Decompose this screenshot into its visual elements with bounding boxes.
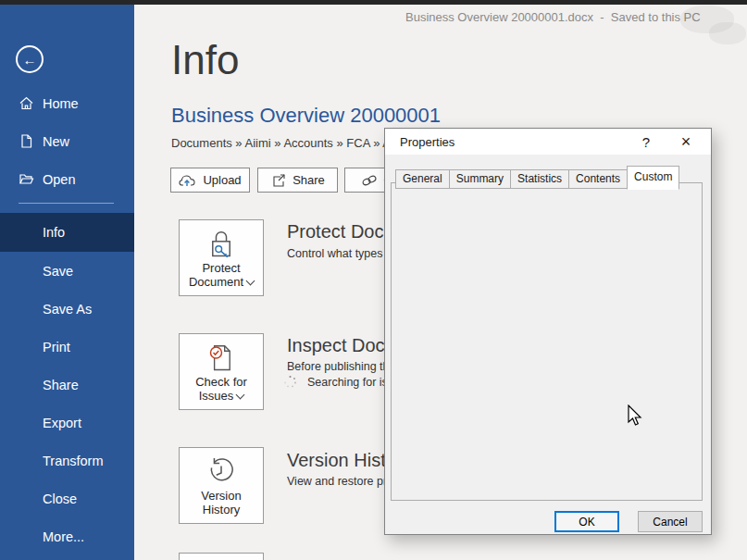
new-document-icon (19, 133, 34, 149)
word-backstage-window: Business Overview 20000001.docx - Saved … (0, 0, 747, 560)
sidebar-item-open[interactable]: Open (0, 160, 134, 198)
sidebar-item-save-as[interactable]: Save As (0, 290, 134, 328)
upload-button-label: Upload (203, 173, 241, 187)
upload-button[interactable]: Upload (170, 168, 250, 193)
share-icon (270, 173, 286, 188)
cancel-button[interactable]: Cancel (638, 511, 703, 532)
page-title: Info (171, 37, 239, 83)
protect-document-button-label: Protect Document (181, 261, 261, 289)
lock-key-icon (205, 229, 237, 261)
back-button[interactable]: ← (16, 45, 44, 73)
tab-statistics[interactable]: Statistics (510, 169, 568, 189)
sidebar-item-label: Info (43, 225, 65, 240)
sidebar-item-transform[interactable]: Transform (0, 442, 134, 479)
sidebar-item-new[interactable]: New (0, 122, 134, 160)
sidebar-item-label: New (43, 134, 69, 149)
tab-general[interactable]: General (395, 169, 449, 189)
watermark-shape (709, 22, 746, 44)
sidebar-item-label: Home (43, 96, 79, 111)
tab-custom[interactable]: Custom (627, 166, 679, 190)
sidebar-item-label: Save (43, 264, 73, 279)
dialog-titlebar[interactable]: Properties (385, 129, 711, 155)
upload-cloud-icon (179, 174, 196, 187)
tab-contents[interactable]: Contents (568, 169, 627, 189)
sidebar-item-label: More... (43, 529, 84, 544)
sidebar-item-export[interactable]: Export (0, 404, 134, 442)
sidebar-item-label: Share (43, 378, 79, 392)
sidebar-item-home[interactable]: Home (0, 84, 134, 122)
backstage-sidebar: ← Home New Open Info Save S (0, 5, 134, 560)
sidebar-item-share[interactable]: Share (0, 366, 134, 404)
version-history-button-label: Version History (181, 489, 261, 516)
chevron-down-icon (246, 277, 255, 286)
protect-document-button[interactable]: Protect Document (179, 219, 264, 296)
partial-section-button[interactable] (179, 553, 264, 560)
open-folder-icon (19, 171, 34, 187)
sidebar-item-label: Export (43, 416, 81, 430)
breadcrumb: Documents » Aiimi » Accounts » FCA » Al (171, 136, 393, 150)
share-button-label: Share (293, 173, 325, 187)
chevron-down-icon (236, 391, 245, 400)
sidebar-item-info[interactable]: Info (0, 213, 134, 252)
dialog-tab-strip: General Summary Statistics Contents Cust… (395, 166, 679, 189)
sidebar-item-label: Save As (43, 302, 92, 317)
inspect-document-icon (205, 342, 237, 375)
back-arrow-icon: ← (23, 53, 37, 67)
sidebar-item-label: Close (43, 492, 77, 506)
sidebar-divider (19, 203, 114, 204)
ok-button[interactable]: OK (554, 511, 619, 532)
button-label-text: Protect Document (189, 261, 243, 289)
properties-dialog: Properties ? × General Summary Statistic… (384, 128, 712, 535)
sidebar-item-save[interactable]: Save (0, 252, 134, 290)
version-history-button[interactable]: Version History (179, 447, 264, 524)
sidebar-item-label: Open (43, 172, 75, 187)
home-icon (19, 95, 34, 111)
sidebar-item-label: Transform (43, 454, 104, 468)
version-history-icon (205, 456, 237, 488)
sidebar-item-print[interactable]: Print (0, 328, 134, 366)
dialog-help-button[interactable]: ? (634, 131, 658, 152)
sidebar-item-more[interactable]: More... (0, 517, 134, 555)
share-button[interactable]: Share (257, 168, 338, 193)
dialog-title: Properties (400, 135, 454, 149)
check-for-issues-button[interactable]: Check for Issues (179, 333, 264, 410)
sidebar-item-label: Print (43, 340, 70, 355)
tab-summary[interactable]: Summary (449, 169, 510, 189)
document-title: Business Overview 20000001 (171, 104, 441, 128)
window-title: Business Overview 20000001.docx - Saved … (405, 10, 701, 24)
dialog-close-button[interactable]: × (674, 131, 698, 152)
check-for-issues-button-label: Check for Issues (181, 375, 261, 403)
custom-tab-panel (391, 182, 703, 501)
mouse-cursor (628, 404, 643, 427)
sidebar-item-close[interactable]: Close (0, 479, 134, 517)
link-icon (361, 174, 378, 187)
spinner-icon (283, 375, 297, 389)
